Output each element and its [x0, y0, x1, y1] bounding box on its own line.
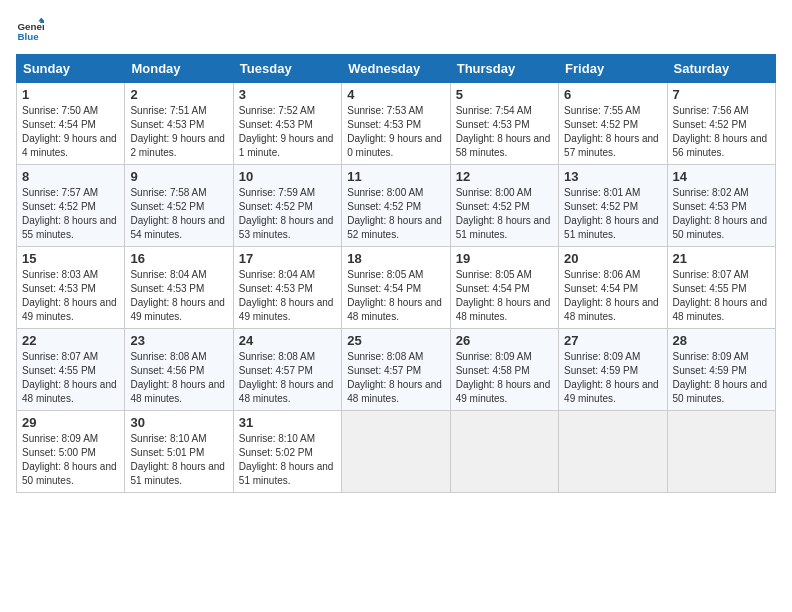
logo-icon: General Blue [16, 16, 44, 44]
calendar-cell: 22 Sunrise: 8:07 AM Sunset: 4:55 PM Dayl… [17, 329, 125, 411]
day-number: 6 [564, 87, 661, 102]
calendar-cell: 16 Sunrise: 8:04 AM Sunset: 4:53 PM Dayl… [125, 247, 233, 329]
calendar-cell: 20 Sunrise: 8:06 AM Sunset: 4:54 PM Dayl… [559, 247, 667, 329]
header-row: SundayMondayTuesdayWednesdayThursdayFrid… [17, 55, 776, 83]
cell-content: Sunrise: 8:10 AM Sunset: 5:01 PM Dayligh… [130, 432, 227, 488]
cell-content: Sunrise: 8:08 AM Sunset: 4:57 PM Dayligh… [347, 350, 444, 406]
cell-content: Sunrise: 8:03 AM Sunset: 4:53 PM Dayligh… [22, 268, 119, 324]
daylight-label: Daylight: 8 hours and 50 minutes. [22, 461, 117, 486]
sunset-label: Sunset: 4:59 PM [564, 365, 638, 376]
cell-content: Sunrise: 7:54 AM Sunset: 4:53 PM Dayligh… [456, 104, 553, 160]
cell-content: Sunrise: 8:09 AM Sunset: 4:59 PM Dayligh… [673, 350, 770, 406]
sunrise-label: Sunrise: 7:59 AM [239, 187, 315, 198]
daylight-label: Daylight: 8 hours and 49 minutes. [130, 297, 225, 322]
sunrise-label: Sunrise: 8:06 AM [564, 269, 640, 280]
sunset-label: Sunset: 4:53 PM [22, 283, 96, 294]
calendar-cell: 28 Sunrise: 8:09 AM Sunset: 4:59 PM Dayl… [667, 329, 775, 411]
calendar-cell: 17 Sunrise: 8:04 AM Sunset: 4:53 PM Dayl… [233, 247, 341, 329]
cell-content: Sunrise: 7:55 AM Sunset: 4:52 PM Dayligh… [564, 104, 661, 160]
sunset-label: Sunset: 4:52 PM [456, 201, 530, 212]
day-number: 18 [347, 251, 444, 266]
sunset-label: Sunset: 4:53 PM [239, 283, 313, 294]
day-number: 20 [564, 251, 661, 266]
calendar-cell [450, 411, 558, 493]
sunrise-label: Sunrise: 8:03 AM [22, 269, 98, 280]
sunrise-label: Sunrise: 7:58 AM [130, 187, 206, 198]
day-number: 30 [130, 415, 227, 430]
calendar-cell: 27 Sunrise: 8:09 AM Sunset: 4:59 PM Dayl… [559, 329, 667, 411]
sunrise-label: Sunrise: 8:10 AM [239, 433, 315, 444]
day-number: 14 [673, 169, 770, 184]
sunset-label: Sunset: 4:58 PM [456, 365, 530, 376]
sunset-label: Sunset: 4:53 PM [239, 119, 313, 130]
cell-content: Sunrise: 7:56 AM Sunset: 4:52 PM Dayligh… [673, 104, 770, 160]
sunset-label: Sunset: 4:55 PM [22, 365, 96, 376]
calendar-cell: 14 Sunrise: 8:02 AM Sunset: 4:53 PM Dayl… [667, 165, 775, 247]
sunrise-label: Sunrise: 8:00 AM [347, 187, 423, 198]
sunset-label: Sunset: 4:54 PM [564, 283, 638, 294]
sunrise-label: Sunrise: 7:51 AM [130, 105, 206, 116]
sunset-label: Sunset: 5:01 PM [130, 447, 204, 458]
day-number: 25 [347, 333, 444, 348]
sunrise-label: Sunrise: 8:08 AM [347, 351, 423, 362]
day-header-friday: Friday [559, 55, 667, 83]
day-number: 9 [130, 169, 227, 184]
calendar-cell: 9 Sunrise: 7:58 AM Sunset: 4:52 PM Dayli… [125, 165, 233, 247]
sunset-label: Sunset: 4:53 PM [130, 283, 204, 294]
calendar-cell: 10 Sunrise: 7:59 AM Sunset: 4:52 PM Dayl… [233, 165, 341, 247]
calendar-cell [342, 411, 450, 493]
sunrise-label: Sunrise: 8:09 AM [22, 433, 98, 444]
calendar-cell: 25 Sunrise: 8:08 AM Sunset: 4:57 PM Dayl… [342, 329, 450, 411]
sunset-label: Sunset: 4:55 PM [673, 283, 747, 294]
day-header-saturday: Saturday [667, 55, 775, 83]
sunrise-label: Sunrise: 7:53 AM [347, 105, 423, 116]
week-row-5: 29 Sunrise: 8:09 AM Sunset: 5:00 PM Dayl… [17, 411, 776, 493]
calendar-cell: 8 Sunrise: 7:57 AM Sunset: 4:52 PM Dayli… [17, 165, 125, 247]
sunset-label: Sunset: 5:00 PM [22, 447, 96, 458]
sunset-label: Sunset: 4:53 PM [347, 119, 421, 130]
cell-content: Sunrise: 8:09 AM Sunset: 4:59 PM Dayligh… [564, 350, 661, 406]
logo: General Blue [16, 16, 48, 44]
sunrise-label: Sunrise: 7:57 AM [22, 187, 98, 198]
day-header-wednesday: Wednesday [342, 55, 450, 83]
daylight-label: Daylight: 8 hours and 49 minutes. [22, 297, 117, 322]
day-number: 12 [456, 169, 553, 184]
cell-content: Sunrise: 8:07 AM Sunset: 4:55 PM Dayligh… [673, 268, 770, 324]
daylight-label: Daylight: 8 hours and 56 minutes. [673, 133, 768, 158]
calendar-cell: 19 Sunrise: 8:05 AM Sunset: 4:54 PM Dayl… [450, 247, 558, 329]
sunrise-label: Sunrise: 8:01 AM [564, 187, 640, 198]
day-number: 11 [347, 169, 444, 184]
daylight-label: Daylight: 9 hours and 1 minute. [239, 133, 334, 158]
sunset-label: Sunset: 4:52 PM [130, 201, 204, 212]
header: General Blue [16, 16, 776, 44]
sunrise-label: Sunrise: 8:08 AM [130, 351, 206, 362]
day-number: 15 [22, 251, 119, 266]
cell-content: Sunrise: 7:58 AM Sunset: 4:52 PM Dayligh… [130, 186, 227, 242]
daylight-label: Daylight: 8 hours and 48 minutes. [239, 379, 334, 404]
sunset-label: Sunset: 4:54 PM [22, 119, 96, 130]
cell-content: Sunrise: 8:00 AM Sunset: 4:52 PM Dayligh… [456, 186, 553, 242]
calendar-cell: 13 Sunrise: 8:01 AM Sunset: 4:52 PM Dayl… [559, 165, 667, 247]
cell-content: Sunrise: 7:53 AM Sunset: 4:53 PM Dayligh… [347, 104, 444, 160]
sunrise-label: Sunrise: 8:05 AM [456, 269, 532, 280]
cell-content: Sunrise: 8:08 AM Sunset: 4:57 PM Dayligh… [239, 350, 336, 406]
calendar-cell [667, 411, 775, 493]
cell-content: Sunrise: 8:05 AM Sunset: 4:54 PM Dayligh… [347, 268, 444, 324]
daylight-label: Daylight: 8 hours and 57 minutes. [564, 133, 659, 158]
sunset-label: Sunset: 4:57 PM [239, 365, 313, 376]
cell-content: Sunrise: 7:52 AM Sunset: 4:53 PM Dayligh… [239, 104, 336, 160]
sunrise-label: Sunrise: 8:04 AM [130, 269, 206, 280]
day-number: 10 [239, 169, 336, 184]
calendar-table: SundayMondayTuesdayWednesdayThursdayFrid… [16, 54, 776, 493]
daylight-label: Daylight: 8 hours and 51 minutes. [130, 461, 225, 486]
day-number: 17 [239, 251, 336, 266]
sunrise-label: Sunrise: 8:10 AM [130, 433, 206, 444]
daylight-label: Daylight: 8 hours and 48 minutes. [456, 297, 551, 322]
daylight-label: Daylight: 8 hours and 51 minutes. [239, 461, 334, 486]
calendar-cell: 7 Sunrise: 7:56 AM Sunset: 4:52 PM Dayli… [667, 83, 775, 165]
sunset-label: Sunset: 4:59 PM [673, 365, 747, 376]
week-row-2: 8 Sunrise: 7:57 AM Sunset: 4:52 PM Dayli… [17, 165, 776, 247]
day-number: 3 [239, 87, 336, 102]
day-number: 5 [456, 87, 553, 102]
calendar-cell: 6 Sunrise: 7:55 AM Sunset: 4:52 PM Dayli… [559, 83, 667, 165]
